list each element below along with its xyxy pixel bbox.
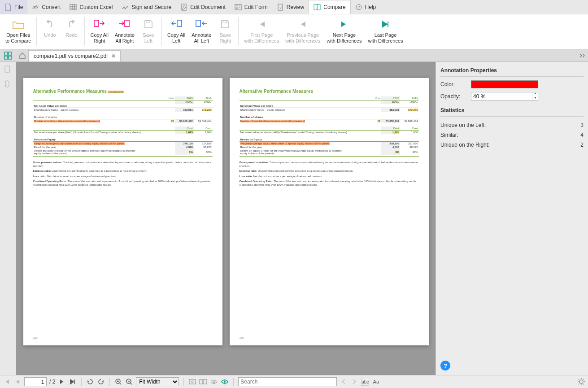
grid-icon [4, 52, 12, 60]
rotate-right-button[interactable] [97, 378, 105, 386]
menu-custom-excel[interactable]: Custom Excel [65, 0, 117, 14]
next-page-icon [338, 18, 350, 31]
save-right-icon [219, 18, 231, 31]
redo-icon [65, 18, 78, 31]
prev-page-button[interactable] [13, 378, 22, 386]
svg-rect-12 [196, 20, 200, 26]
search-prev-button[interactable] [340, 378, 348, 386]
file-icon [4, 4, 12, 11]
home-tab[interactable] [16, 49, 29, 61]
annotate-left-icon [195, 18, 208, 31]
first-page-button[interactable] [3, 378, 11, 386]
prev-diff-label: Previous Page with Differences [285, 32, 320, 44]
menu-help-label: Help [365, 4, 376, 10]
copy-right-icon [93, 18, 106, 31]
menu-file[interactable]: File [0, 0, 27, 14]
rotate-left-button[interactable] [86, 378, 94, 386]
last-page-icon [379, 18, 392, 31]
annotate-all-right-button[interactable]: Annotate All Right [112, 16, 137, 47]
copy-all-right-button[interactable]: Copy All Right [87, 16, 111, 47]
opacity-up[interactable]: ▲ [532, 92, 538, 96]
svg-rect-15 [9, 52, 12, 55]
right-page: Alternative Performance Measures Note202… [230, 78, 429, 345]
left-page: Alternative Performance Measures(continu… [23, 78, 222, 345]
last-diff-button[interactable]: Last Page with Differences [365, 16, 405, 47]
view-mode-2-button[interactable] [199, 378, 207, 386]
copy-left-icon [170, 18, 183, 31]
annotate-all-left-label: Annotate All Left [192, 32, 211, 44]
svg-rect-25 [204, 379, 207, 384]
bookmarks-icon[interactable] [4, 65, 12, 74]
svg-point-26 [213, 381, 215, 383]
opacity-down[interactable]: ▼ [532, 96, 538, 101]
right-page-title: Alternative Performance Measures [240, 89, 419, 94]
opacity-input[interactable] [471, 92, 538, 101]
svg-rect-17 [9, 56, 12, 59]
svg-rect-14 [4, 52, 8, 55]
zoom-out-button[interactable] [125, 378, 133, 386]
svg-rect-19 [5, 81, 9, 87]
zoom-in-button[interactable] [114, 378, 122, 386]
theme-toggle-button[interactable] [577, 378, 585, 386]
right-page-number: 160 [240, 336, 244, 339]
save-right-button[interactable]: Save Right [215, 16, 235, 47]
svg-text:?: ? [357, 5, 360, 9]
copy-all-left-button[interactable]: Copy All Left [165, 16, 188, 47]
left-page-title: Alternative Performance Measures [33, 89, 107, 94]
last-diff-label: Last Page with Differences [368, 32, 403, 44]
first-diff-button[interactable]: First Page with Differences [241, 16, 282, 47]
next-diff-button[interactable]: Next Page with Differences [324, 16, 364, 47]
folder-icon [12, 18, 25, 31]
thumbnails-toggle[interactable] [0, 49, 16, 61]
help-button[interactable]: ? [440, 361, 450, 371]
save-right-label: Save Right [219, 32, 231, 44]
ribbon-toolbar: Open Files to Compare Undo Redo Copy All… [0, 14, 588, 49]
view-mode-1-button[interactable] [188, 378, 196, 386]
similar-value: 4 [580, 132, 584, 138]
menu-bar: File Convert Custom Excel Sign and Secur… [0, 0, 588, 14]
annotate-right-icon [118, 18, 131, 31]
annotate-all-left-button[interactable]: Annotate All Left [189, 16, 214, 47]
page-number-input[interactable] [24, 377, 47, 386]
svg-rect-24 [200, 379, 203, 384]
open-files-button[interactable]: Open Files to Compare [3, 16, 34, 47]
menu-review[interactable]: Review [272, 0, 309, 14]
menu-edit-document[interactable]: Edit Document [176, 0, 230, 14]
search-input[interactable] [238, 377, 337, 386]
menu-convert[interactable]: Convert [27, 0, 65, 14]
svg-rect-0 [70, 4, 76, 10]
prev-diff-button[interactable]: Previous Page with Differences [283, 16, 323, 47]
save-left-button[interactable]: Save Left [138, 16, 159, 47]
menu-sign-label: Sign and Secure [131, 4, 171, 10]
search-next-button[interactable] [350, 378, 358, 386]
close-tab-button[interactable]: ✕ [111, 53, 116, 59]
document-tab-bar: compare1.pdf vs compare2.pdf ✕ [0, 49, 588, 62]
zoom-select[interactable]: Fit Width [136, 377, 179, 386]
status-bar: / 2 Fit Width abc Aa [0, 375, 588, 388]
last-page-button[interactable] [69, 378, 77, 386]
match-case-button[interactable]: Aa [372, 378, 380, 386]
svg-point-28 [579, 380, 583, 384]
page-viewer[interactable]: Alternative Performance Measures(continu… [16, 62, 436, 375]
document-tab[interactable]: compare1.pdf vs compare2.pdf ✕ [29, 50, 121, 61]
color-swatch[interactable] [471, 80, 538, 88]
menu-sign[interactable]: Sign and Secure [117, 0, 176, 14]
whole-word-button[interactable]: abc [361, 378, 369, 386]
excel-icon [70, 4, 77, 11]
next-page-button[interactable] [58, 378, 66, 386]
view-mode-3-button[interactable] [210, 378, 218, 386]
page-total: / 2 [49, 379, 55, 385]
menu-edit-form[interactable]: Edit Form [230, 0, 272, 14]
view-mode-active-button[interactable] [221, 378, 229, 386]
menu-help[interactable]: ? Help [351, 0, 381, 14]
svg-rect-3 [278, 4, 283, 10]
redo-button[interactable]: Redo [61, 16, 82, 47]
collapse-panel-button[interactable] [577, 49, 588, 61]
svg-rect-4 [314, 4, 317, 10]
undo-button[interactable]: Undo [39, 16, 60, 47]
annotation-properties-title: Annotation Properties [440, 65, 584, 77]
next-diff-label: Next Page with Differences [327, 32, 362, 44]
menu-compare[interactable]: Compare [309, 0, 350, 14]
prev-page-icon [296, 18, 309, 31]
attachments-icon[interactable] [4, 80, 12, 88]
